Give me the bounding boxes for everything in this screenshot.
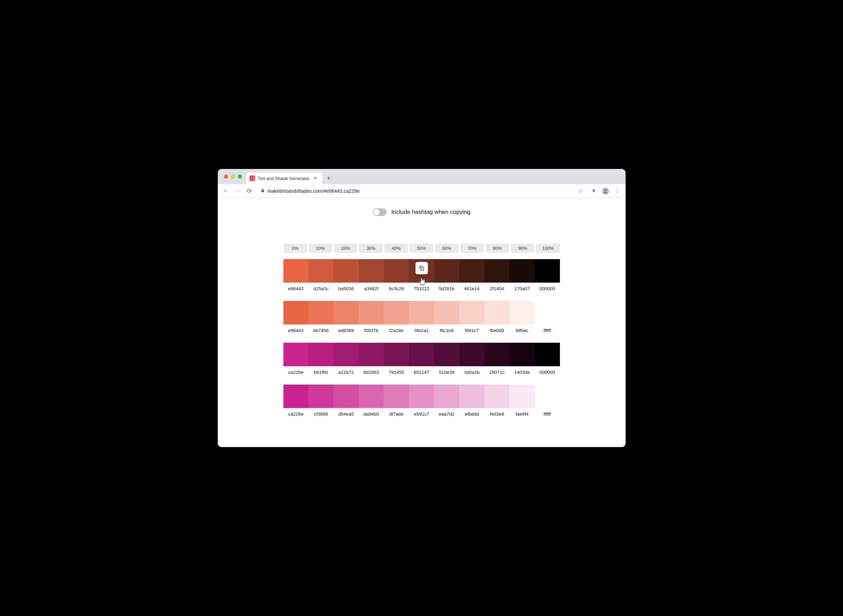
color-swatch[interactable] [359,343,384,366]
hex-label: 170a07 [510,286,535,291]
color-swatch[interactable] [359,384,384,408]
page-content: Include hashtag when copying 0%10%20%30%… [218,198,626,447]
color-swatch[interactable] [384,259,409,283]
color-swatch[interactable] [484,259,510,283]
color-swatch[interactable] [510,343,535,366]
hex-label: 2f140d [484,286,510,291]
back-button[interactable]: ← [222,187,230,195]
color-swatch[interactable] [308,384,333,408]
percentage-pill[interactable]: 50% [410,243,433,253]
percentage-row: 0%10%20%30%40%50%60%70%80%90%100% [283,243,560,253]
svg-point-2 [604,189,607,191]
copy-icon[interactable] [416,262,428,274]
color-swatch[interactable] [535,343,560,366]
color-swatch[interactable] [333,343,359,366]
hex-label: 651147 [409,370,434,375]
percentage-pill[interactable]: 10% [308,243,332,253]
color-swatch[interactable] [484,301,510,324]
hex-label: 000000 [535,370,560,375]
hex-label: df7abb [384,411,409,417]
color-swatch[interactable] [510,384,535,408]
color-swatch[interactable] [283,384,308,408]
palette-block: e96443d25a3cba5036a3462f8c3c287532225d28… [283,259,560,291]
address-bar[interactable]: maketintsandshades.com/#e96443,ca228e ☆ [257,186,586,196]
color-swatch[interactable] [510,259,535,283]
color-swatch[interactable] [333,384,359,408]
color-swatch[interactable] [409,384,434,408]
hex-label: e591c7 [409,411,434,417]
color-swatch[interactable] [434,301,459,324]
color-swatch[interactable] [384,343,409,366]
color-swatch[interactable] [283,301,308,324]
percentage-pill[interactable]: 80% [486,243,509,253]
hashtag-toggle[interactable] [373,208,386,216]
swatch-row [283,384,560,408]
color-swatch[interactable] [535,259,560,283]
hex-label: e96443 [283,286,308,291]
color-swatch[interactable] [459,343,485,366]
color-swatch[interactable] [409,343,434,366]
hex-label: d25a3c [308,286,333,291]
toggle-knob [373,209,379,215]
color-swatch[interactable] [409,259,434,283]
hex-label: fdf0ec [510,328,535,333]
hex-label: 5d281b [434,286,459,291]
maximize-window-button[interactable] [238,175,242,179]
extension-icon[interactable] [590,187,598,195]
color-swatch[interactable] [308,259,333,283]
hex-label: 14030e [510,370,535,375]
color-swatch[interactable] [484,343,510,366]
reload-button[interactable]: ⟳ [245,187,254,195]
profile-button[interactable] [601,187,610,195]
percentage-pill[interactable]: 30% [359,243,383,253]
close-tab-button[interactable]: × [312,175,318,181]
percentage-pill[interactable]: 60% [435,243,459,253]
hex-label: 791455 [384,370,409,375]
color-swatch[interactable] [283,343,308,366]
color-swatch[interactable] [535,301,560,324]
color-swatch[interactable] [459,259,485,283]
percentage-pill[interactable]: 0% [283,243,307,253]
palettes-container: e96443d25a3cba5036a3462f8c3c287532225d28… [283,259,560,417]
svg-rect-0 [261,191,264,192]
color-swatch[interactable] [434,343,459,366]
color-swatch[interactable] [459,384,485,408]
color-swatch[interactable] [283,259,308,283]
percentage-pill[interactable]: 70% [460,243,484,253]
color-swatch[interactable] [535,384,560,408]
menu-button[interactable]: ⋮ [613,187,621,195]
color-swatch[interactable] [434,259,459,283]
swatch-row [283,301,560,324]
color-swatch[interactable] [510,301,535,324]
color-swatch[interactable] [434,384,459,408]
color-swatch[interactable] [384,301,409,324]
browser-tab[interactable]: Tint and Shade Generator × [246,172,323,184]
hashtag-toggle-label: Include hashtag when copying [391,209,470,216]
color-swatch[interactable] [459,301,485,324]
percentage-pill[interactable]: 100% [536,243,560,253]
color-swatch[interactable] [409,301,434,324]
palette-content: 0%10%20%30%40%50%60%70%80%90%100% e96443… [283,243,560,417]
color-swatch[interactable] [308,301,333,324]
hex-label: eb7456 [308,328,333,333]
color-swatch[interactable] [359,259,384,283]
new-tab-button[interactable]: + [324,173,333,183]
color-swatch[interactable] [484,384,510,408]
bookmark-button[interactable]: ☆ [576,188,585,194]
hex-label: 000000 [535,286,560,291]
color-swatch[interactable] [333,259,359,283]
percentage-pill[interactable]: 40% [384,243,408,253]
color-swatch[interactable] [333,301,359,324]
hex-row: e96443eb7456ed8369f0937bf2a28ef4b2a1f6c1… [283,328,560,333]
color-swatch[interactable] [384,384,409,408]
color-swatch[interactable] [359,301,384,324]
color-swatch[interactable] [308,343,333,366]
close-window-button[interactable] [224,175,228,179]
percentage-pill[interactable]: 90% [511,243,535,253]
minimize-window-button[interactable] [231,175,235,179]
tab-strip: Tint and Shade Generator × + [218,169,626,184]
percentage-pill[interactable]: 20% [334,243,357,253]
forward-button[interactable]: → [234,187,242,195]
hex-row: e96443d25a3cba5036a3462f8c3c287532225d28… [283,286,560,291]
hex-label: ffffff [535,411,560,417]
